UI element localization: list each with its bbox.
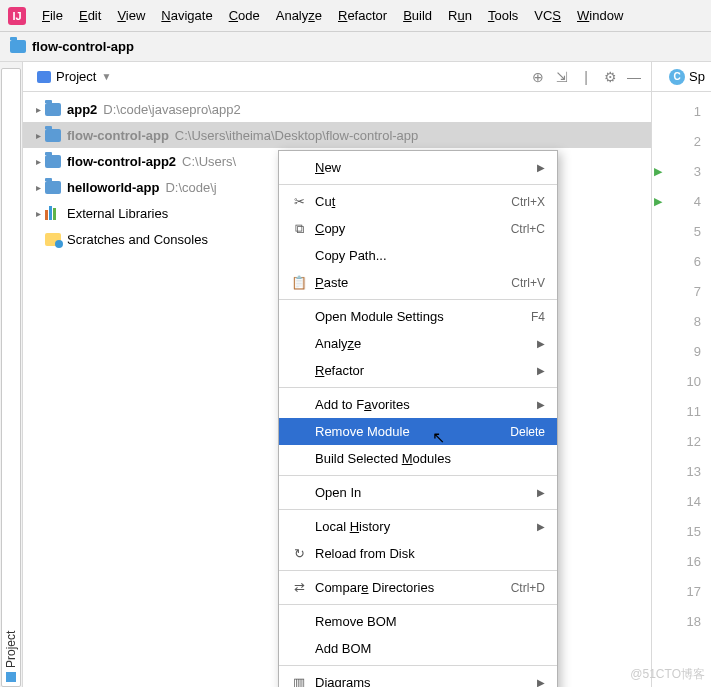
menu-shortcut: Ctrl+D bbox=[511, 581, 545, 595]
watermark: @51CTO博客 bbox=[630, 666, 705, 683]
expand-arrow-icon[interactable]: ▸ bbox=[31, 130, 45, 141]
context-menu-item[interactable]: Local History▶ bbox=[279, 513, 557, 540]
editor-tab-label: Sp bbox=[689, 69, 705, 84]
context-menu-item[interactable]: ✂CutCtrl+X bbox=[279, 188, 557, 215]
menu-shortcut: F4 bbox=[531, 310, 545, 324]
menu-item-icon: 📋 bbox=[291, 275, 307, 290]
expand-arrow-icon[interactable]: ▸ bbox=[31, 156, 45, 167]
menu-item-icon: ⧉ bbox=[291, 221, 307, 237]
scratch-icon bbox=[45, 233, 61, 246]
menu-item-label: Cut bbox=[315, 194, 503, 209]
menu-shortcut: Ctrl+X bbox=[511, 195, 545, 209]
side-tool-tab[interactable]: Project bbox=[0, 62, 23, 687]
line-number: 8 bbox=[652, 306, 711, 336]
menu-item[interactable]: Edit bbox=[71, 4, 109, 27]
menu-separator bbox=[279, 387, 557, 388]
menu-item[interactable]: Code bbox=[221, 4, 268, 27]
app-logo-icon: IJ bbox=[8, 7, 26, 25]
expand-icon[interactable]: ⇲ bbox=[553, 68, 571, 86]
project-view-selector[interactable]: Project ▼ bbox=[31, 67, 117, 86]
module-name: flow-control-app2 bbox=[67, 154, 176, 169]
context-menu-item[interactable]: Analyze▶ bbox=[279, 330, 557, 357]
run-gutter-icon[interactable]: ▶ bbox=[654, 195, 662, 208]
libraries-icon bbox=[45, 206, 61, 220]
menu-item[interactable]: Tools bbox=[480, 4, 526, 27]
line-number: 11 bbox=[652, 396, 711, 426]
breadcrumb-project[interactable]: flow-control-app bbox=[32, 39, 134, 54]
menu-item[interactable]: Analyze bbox=[268, 4, 330, 27]
class-icon: C bbox=[669, 69, 685, 85]
menu-item-label: Paste bbox=[315, 275, 503, 290]
module-name: helloworld-app bbox=[67, 180, 159, 195]
module-path: C:\Users\ bbox=[182, 154, 236, 169]
menu-item[interactable]: VCS bbox=[526, 4, 569, 27]
submenu-arrow-icon: ▶ bbox=[537, 399, 545, 410]
menu-separator bbox=[279, 184, 557, 185]
menu-shortcut: Ctrl+V bbox=[511, 276, 545, 290]
menu-item-label: Build Selected Modules bbox=[315, 451, 545, 466]
menu-separator bbox=[279, 299, 557, 300]
context-menu-item[interactable]: 📋PasteCtrl+V bbox=[279, 269, 557, 296]
context-menu-item[interactable]: Open In▶ bbox=[279, 479, 557, 506]
context-menu-item[interactable]: Add to Favorites▶ bbox=[279, 391, 557, 418]
context-menu-item[interactable]: Copy Path... bbox=[279, 242, 557, 269]
module-name: app2 bbox=[67, 102, 97, 117]
tree-module-row[interactable]: ▸flow-control-appC:\Users\itheima\Deskto… bbox=[23, 122, 651, 148]
editor-gutter: C Sp 123▶4▶56789101112131415161718 bbox=[651, 62, 711, 687]
hide-icon[interactable]: — bbox=[625, 68, 643, 86]
menu-item-label: Analyze bbox=[315, 336, 529, 351]
context-menu-item[interactable]: Remove BOM bbox=[279, 608, 557, 635]
menu-item-icon: ✂ bbox=[291, 194, 307, 209]
context-menu-item[interactable]: Build Selected Modules bbox=[279, 445, 557, 472]
chevron-down-icon: ▼ bbox=[101, 71, 111, 82]
context-menu-item[interactable]: ▥Diagrams▶ bbox=[279, 669, 557, 687]
breadcrumb: flow-control-app bbox=[0, 32, 711, 62]
menu-item[interactable]: Refactor bbox=[330, 4, 395, 27]
menu-item[interactable]: Run bbox=[440, 4, 480, 27]
menu-item-icon: ↻ bbox=[291, 546, 307, 561]
module-folder-icon bbox=[45, 103, 61, 116]
context-menu-item[interactable]: Remove ModuleDelete bbox=[279, 418, 557, 445]
context-menu-item[interactable]: Refactor▶ bbox=[279, 357, 557, 384]
project-selector-label: Project bbox=[56, 69, 96, 84]
divider: | bbox=[577, 68, 595, 86]
libs-label: External Libraries bbox=[67, 206, 168, 221]
context-menu-item[interactable]: New▶ bbox=[279, 154, 557, 181]
submenu-arrow-icon: ▶ bbox=[537, 365, 545, 376]
menu-separator bbox=[279, 509, 557, 510]
menu-item-label: Open Module Settings bbox=[315, 309, 523, 324]
line-number: 6 bbox=[652, 246, 711, 276]
expand-arrow-icon[interactable]: ▸ bbox=[31, 104, 45, 115]
context-menu-item[interactable]: Open Module SettingsF4 bbox=[279, 303, 557, 330]
menu-item[interactable]: Build bbox=[395, 4, 440, 27]
context-menu-item[interactable]: ⧉CopyCtrl+C bbox=[279, 215, 557, 242]
scratch-label: Scratches and Consoles bbox=[67, 232, 208, 247]
module-path: C:\Users\itheima\Desktop\flow-control-ap… bbox=[175, 128, 418, 143]
locate-icon[interactable]: ⊕ bbox=[529, 68, 547, 86]
expand-arrow-icon[interactable]: ▸ bbox=[31, 208, 45, 219]
menu-item[interactable]: File bbox=[34, 4, 71, 27]
line-number: 3▶ bbox=[652, 156, 711, 186]
line-number: 12 bbox=[652, 426, 711, 456]
menu-item-label: Reload from Disk bbox=[315, 546, 545, 561]
expand-arrow-icon[interactable]: ▸ bbox=[31, 182, 45, 193]
submenu-arrow-icon: ▶ bbox=[537, 162, 545, 173]
context-menu: New▶✂CutCtrl+X⧉CopyCtrl+CCopy Path...📋Pa… bbox=[278, 150, 558, 687]
line-number: 15 bbox=[652, 516, 711, 546]
editor-tab[interactable]: C Sp bbox=[652, 62, 711, 92]
module-folder-icon bbox=[45, 155, 61, 168]
menu-item[interactable]: View bbox=[109, 4, 153, 27]
context-menu-item[interactable]: ⇄Compare DirectoriesCtrl+D bbox=[279, 574, 557, 601]
menu-item[interactable]: Window bbox=[569, 4, 631, 27]
submenu-arrow-icon: ▶ bbox=[537, 338, 545, 349]
line-number: 2 bbox=[652, 126, 711, 156]
context-menu-item[interactable]: ↻Reload from Disk bbox=[279, 540, 557, 567]
menu-item-label: New bbox=[315, 160, 529, 175]
menu-item[interactable]: Navigate bbox=[153, 4, 220, 27]
context-menu-item[interactable]: Add BOM bbox=[279, 635, 557, 662]
gear-icon[interactable]: ⚙ bbox=[601, 68, 619, 86]
menubar: IJ FileEditViewNavigateCodeAnalyzeRefact… bbox=[0, 0, 711, 32]
run-gutter-icon[interactable]: ▶ bbox=[654, 165, 662, 178]
tree-module-row[interactable]: ▸app2D:\code\javasepro\app2 bbox=[23, 96, 651, 122]
menu-shortcut: Ctrl+C bbox=[511, 222, 545, 236]
